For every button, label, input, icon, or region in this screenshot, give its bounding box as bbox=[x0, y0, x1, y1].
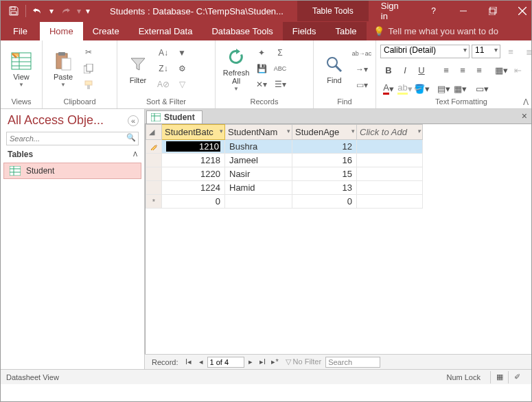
nav-item-student[interactable]: Student bbox=[3, 163, 141, 179]
cell[interactable]: 1220 bbox=[162, 167, 225, 181]
numbering-icon[interactable]: ≣ bbox=[521, 44, 532, 59]
italic-button[interactable]: I bbox=[397, 62, 413, 78]
alt-row-color-icon[interactable]: ▤▾ bbox=[435, 81, 452, 96]
last-record-icon[interactable]: ▸I bbox=[257, 357, 269, 366]
record-position-input[interactable] bbox=[207, 357, 244, 368]
cell[interactable]: Jameel bbox=[225, 154, 292, 167]
cell[interactable] bbox=[357, 154, 423, 167]
no-filter-label[interactable]: ▽ No Filter bbox=[281, 357, 326, 366]
increase-indent-icon[interactable]: ⇥ bbox=[526, 62, 532, 78]
goto-icon[interactable]: →▾ bbox=[352, 62, 371, 76]
cell[interactable] bbox=[357, 195, 423, 209]
find-button[interactable]: Find bbox=[318, 53, 351, 86]
format-painter-icon[interactable] bbox=[81, 78, 96, 92]
row-selector[interactable] bbox=[146, 181, 162, 195]
minimize-icon[interactable] bbox=[448, 1, 478, 21]
restore-icon[interactable] bbox=[478, 1, 507, 21]
undo-icon[interactable] bbox=[29, 3, 47, 19]
sort-desc-icon[interactable]: Z↓ bbox=[156, 62, 171, 75]
row-selector[interactable] bbox=[146, 154, 162, 167]
decrease-indent-icon[interactable]: ⇤ bbox=[509, 62, 526, 78]
cell[interactable]: Hamid bbox=[225, 181, 292, 195]
cell[interactable]: 15 bbox=[292, 167, 357, 181]
close-icon[interactable] bbox=[508, 1, 532, 21]
nav-search-input[interactable] bbox=[6, 132, 139, 145]
bullets-icon[interactable]: ≡ bbox=[502, 44, 519, 59]
design-view-switch-icon[interactable]: ✐ bbox=[508, 371, 526, 383]
table-row[interactable]: 1220 Nasir 15 bbox=[146, 167, 423, 181]
chevron-down-icon[interactable]: ▾ bbox=[417, 128, 421, 134]
remove-sort-icon[interactable]: A⊘ bbox=[156, 78, 171, 91]
table-row[interactable]: 1218 Jameel 16 bbox=[146, 154, 423, 167]
underline-button[interactable]: U bbox=[413, 62, 430, 78]
tab-table[interactable]: Table bbox=[326, 22, 367, 40]
align-left-icon[interactable]: ≡ bbox=[438, 62, 454, 78]
font-color-icon[interactable]: A▾ bbox=[380, 81, 397, 96]
search-icon[interactable]: 🔍 bbox=[126, 133, 136, 142]
new-row-selector[interactable]: * bbox=[146, 195, 162, 209]
advanced-filter-icon[interactable]: ⚙ bbox=[174, 62, 189, 75]
tab-create[interactable]: Create bbox=[83, 22, 129, 40]
row-selector-editing[interactable] bbox=[146, 140, 162, 154]
redo-icon[interactable] bbox=[56, 3, 74, 19]
gridlines-dropdown-icon[interactable]: ▦▾ bbox=[452, 81, 468, 96]
cell[interactable]: 1224 bbox=[162, 181, 225, 195]
document-tab-student[interactable]: Student bbox=[146, 110, 203, 123]
save-icon[interactable] bbox=[5, 3, 23, 19]
more-records-icon[interactable]: ☰▾ bbox=[273, 78, 288, 91]
table-row[interactable]: 1210 Bushra 12 bbox=[146, 140, 423, 154]
tab-file[interactable]: File bbox=[1, 22, 40, 40]
cell[interactable] bbox=[357, 181, 423, 195]
column-header-studentage[interactable]: StudenAge▾ bbox=[292, 125, 357, 140]
close-document-icon[interactable]: × bbox=[522, 110, 527, 121]
select-icon[interactable]: ▭▾ bbox=[352, 78, 371, 92]
align-center-icon[interactable]: ≡ bbox=[454, 62, 471, 78]
cell[interactable]: Bushra bbox=[225, 140, 292, 154]
collapse-ribbon-icon[interactable]: ᐱ bbox=[523, 97, 529, 107]
refresh-all-button[interactable]: Refresh All ▼ bbox=[220, 45, 253, 94]
collapse-group-icon[interactable]: ᐱ bbox=[133, 151, 137, 158]
column-header-studentbatch[interactable]: StudentBatc▾ bbox=[162, 125, 225, 140]
paste-button[interactable]: Paste ▼ bbox=[47, 49, 80, 90]
first-record-icon[interactable]: I◂ bbox=[183, 357, 195, 366]
cut-icon[interactable]: ✂ bbox=[81, 45, 96, 59]
sign-in-link[interactable]: Sign in bbox=[369, 1, 419, 21]
chevron-down-icon[interactable]: ▾ bbox=[287, 128, 290, 134]
toggle-filter-icon[interactable]: ▽ bbox=[174, 78, 189, 91]
copy-icon[interactable] bbox=[81, 62, 96, 75]
tab-home[interactable]: Home bbox=[40, 22, 83, 40]
cell[interactable]: 0 bbox=[162, 195, 225, 209]
tab-external-data[interactable]: External Data bbox=[129, 22, 203, 40]
column-header-studentname[interactable]: StudentNam▾ bbox=[225, 125, 292, 140]
nav-pane-header[interactable]: All Access Obje... « bbox=[1, 109, 144, 130]
sort-asc-icon[interactable]: A↓ bbox=[156, 46, 171, 60]
highlight-icon[interactable]: ab▾ bbox=[397, 81, 413, 96]
new-row[interactable]: * 0 0 bbox=[146, 195, 423, 209]
view-button[interactable]: View ▼ bbox=[5, 49, 38, 90]
column-header-add[interactable]: Click to Add▾ bbox=[357, 125, 423, 140]
nav-group-tables[interactable]: Tables ᐱ bbox=[1, 147, 144, 162]
cell[interactable] bbox=[357, 167, 423, 181]
cell[interactable] bbox=[225, 195, 292, 209]
chevron-down-icon[interactable]: ▾ bbox=[351, 128, 355, 134]
replace-icon[interactable]: ab→ac bbox=[352, 47, 371, 60]
undo-dropdown-icon[interactable]: ▾ bbox=[48, 3, 55, 19]
row-selector[interactable] bbox=[146, 167, 162, 181]
font-size-combo[interactable]: 11 bbox=[472, 45, 500, 58]
delete-record-icon[interactable]: ✕▾ bbox=[254, 78, 269, 91]
prev-record-icon[interactable]: ◂ bbox=[195, 357, 207, 366]
redo-dropdown-icon[interactable]: ▾ bbox=[76, 3, 82, 19]
chevron-down-icon[interactable]: ▾ bbox=[220, 128, 223, 134]
tab-fields[interactable]: Fields bbox=[283, 22, 326, 40]
align-right-icon[interactable]: ≡ bbox=[471, 62, 487, 78]
cell[interactable]: 1218 bbox=[162, 154, 225, 167]
select-all-corner[interactable]: ◢ bbox=[146, 125, 162, 140]
gridlines-icon[interactable]: ▦▾ bbox=[493, 62, 509, 78]
save-record-icon[interactable]: 💾 bbox=[254, 62, 269, 75]
datasheet[interactable]: ◢ StudentBatc▾ StudentNam▾ StudenAge▾ Cl… bbox=[145, 124, 531, 354]
cell[interactable]: Nasir bbox=[225, 167, 292, 181]
cell[interactable]: 16 bbox=[292, 154, 357, 167]
record-search-input[interactable] bbox=[325, 357, 380, 368]
cell[interactable]: 0 bbox=[292, 195, 357, 209]
filter-button[interactable]: Filter bbox=[122, 53, 154, 86]
